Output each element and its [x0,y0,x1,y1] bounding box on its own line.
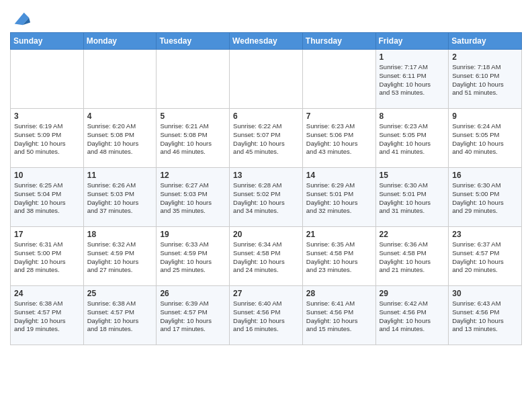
day-info: Sunrise: 6:20 AM Sunset: 5:08 PM Dayligh… [87,122,153,156]
calendar-cell: 20Sunrise: 6:34 AM Sunset: 4:58 PM Dayli… [230,227,303,286]
calendar-cell: 13Sunrise: 6:28 AM Sunset: 5:02 PM Dayli… [230,168,303,227]
calendar-cell: 11Sunrise: 6:26 AM Sunset: 5:03 PM Dayli… [83,168,157,227]
day-of-week-header: Sunday [11,33,84,50]
logo-icon [11,9,30,28]
calendar-cell: 15Sunrise: 6:30 AM Sunset: 5:01 PM Dayli… [375,168,449,227]
day-info: Sunrise: 6:42 AM Sunset: 4:56 PM Dayligh… [380,300,445,334]
day-info: Sunrise: 6:23 AM Sunset: 5:05 PM Dayligh… [380,122,445,156]
day-number: 6 [233,111,299,121]
day-number: 3 [14,111,80,121]
calendar-cell: 29Sunrise: 6:42 AM Sunset: 4:56 PM Dayli… [375,286,449,345]
day-number: 22 [380,230,445,239]
day-info: Sunrise: 6:30 AM Sunset: 5:00 PM Dayligh… [452,181,518,216]
day-info: Sunrise: 7:17 AM Sunset: 6:11 PM Dayligh… [380,63,445,97]
calendar-week-row: 10Sunrise: 6:25 AM Sunset: 5:04 PM Dayli… [11,168,522,227]
day-number: 23 [452,230,518,239]
day-number: 30 [452,289,518,298]
day-number: 27 [233,289,299,298]
day-info: Sunrise: 7:18 AM Sunset: 6:10 PM Dayligh… [452,63,518,97]
day-info: Sunrise: 6:37 AM Sunset: 4:57 PM Dayligh… [452,240,518,275]
day-number: 12 [160,171,226,180]
day-info: Sunrise: 6:39 AM Sunset: 4:57 PM Dayligh… [160,300,226,334]
day-number: 26 [160,289,226,298]
day-info: Sunrise: 6:32 AM Sunset: 4:59 PM Dayligh… [87,240,153,275]
calendar-cell: 7Sunrise: 6:23 AM Sunset: 5:06 PM Daylig… [302,109,375,168]
day-number: 18 [87,230,153,239]
calendar-cell [11,50,84,109]
day-number: 8 [380,111,445,121]
day-of-week-header: Wednesday [230,33,303,50]
day-info: Sunrise: 6:27 AM Sunset: 5:03 PM Dayligh… [160,181,226,216]
calendar-cell: 4Sunrise: 6:20 AM Sunset: 5:08 PM Daylig… [83,109,157,168]
page-header [10,7,522,28]
day-number: 2 [452,52,518,62]
day-info: Sunrise: 6:34 AM Sunset: 4:58 PM Dayligh… [233,240,299,275]
calendar-cell: 2Sunrise: 7:18 AM Sunset: 6:10 PM Daylig… [449,50,522,109]
calendar-cell: 21Sunrise: 6:35 AM Sunset: 4:58 PM Dayli… [302,227,375,286]
day-info: Sunrise: 6:22 AM Sunset: 5:07 PM Dayligh… [233,122,299,156]
day-number: 10 [14,171,80,180]
calendar-cell: 22Sunrise: 6:36 AM Sunset: 4:58 PM Dayli… [375,227,449,286]
day-info: Sunrise: 6:21 AM Sunset: 5:08 PM Dayligh… [160,122,226,156]
day-number: 15 [380,171,445,180]
logo [10,9,30,28]
calendar-cell: 26Sunrise: 6:39 AM Sunset: 4:57 PM Dayli… [157,286,230,345]
calendar-week-row: 17Sunrise: 6:31 AM Sunset: 5:00 PM Dayli… [11,227,522,286]
day-number: 4 [87,111,153,121]
page-container: SundayMondayTuesdayWednesdayThursdayFrid… [0,0,532,352]
calendar-cell: 12Sunrise: 6:27 AM Sunset: 5:03 PM Dayli… [157,168,230,227]
calendar-cell: 28Sunrise: 6:41 AM Sunset: 4:56 PM Dayli… [302,286,375,345]
calendar-cell: 17Sunrise: 6:31 AM Sunset: 5:00 PM Dayli… [11,227,84,286]
day-of-week-header: Monday [83,33,157,50]
day-info: Sunrise: 6:41 AM Sunset: 4:56 PM Dayligh… [306,300,372,334]
day-info: Sunrise: 6:36 AM Sunset: 4:58 PM Dayligh… [380,240,445,275]
day-of-week-header: Saturday [449,33,522,50]
day-number: 24 [14,289,80,298]
day-info: Sunrise: 6:25 AM Sunset: 5:04 PM Dayligh… [14,181,80,216]
calendar-week-row: 1Sunrise: 7:17 AM Sunset: 6:11 PM Daylig… [11,50,522,109]
calendar-cell: 8Sunrise: 6:23 AM Sunset: 5:05 PM Daylig… [375,109,449,168]
calendar-cell [157,50,230,109]
day-number: 13 [233,171,299,180]
day-info: Sunrise: 6:43 AM Sunset: 4:56 PM Dayligh… [452,300,518,334]
day-number: 28 [306,289,372,298]
day-number: 19 [160,230,226,239]
day-number: 17 [14,230,80,239]
day-number: 16 [452,171,518,180]
day-info: Sunrise: 6:26 AM Sunset: 5:03 PM Dayligh… [87,181,153,216]
day-info: Sunrise: 6:30 AM Sunset: 5:01 PM Dayligh… [380,181,445,216]
calendar-cell: 27Sunrise: 6:40 AM Sunset: 4:56 PM Dayli… [230,286,303,345]
calendar-cell: 19Sunrise: 6:33 AM Sunset: 4:59 PM Dayli… [157,227,230,286]
calendar-header-row: SundayMondayTuesdayWednesdayThursdayFrid… [11,33,522,50]
day-info: Sunrise: 6:33 AM Sunset: 4:59 PM Dayligh… [160,240,226,275]
calendar-cell: 16Sunrise: 6:30 AM Sunset: 5:00 PM Dayli… [449,168,522,227]
day-number: 7 [306,111,372,121]
day-of-week-header: Tuesday [157,33,230,50]
day-info: Sunrise: 6:38 AM Sunset: 4:57 PM Dayligh… [14,300,80,334]
day-info: Sunrise: 6:19 AM Sunset: 5:09 PM Dayligh… [14,122,80,156]
calendar-cell: 6Sunrise: 6:22 AM Sunset: 5:07 PM Daylig… [230,109,303,168]
day-info: Sunrise: 6:23 AM Sunset: 5:06 PM Dayligh… [306,122,372,156]
calendar-cell [83,50,157,109]
day-info: Sunrise: 6:40 AM Sunset: 4:56 PM Dayligh… [233,300,299,334]
day-number: 1 [380,52,445,62]
calendar-cell [302,50,375,109]
calendar-week-row: 3Sunrise: 6:19 AM Sunset: 5:09 PM Daylig… [11,109,522,168]
day-info: Sunrise: 6:24 AM Sunset: 5:05 PM Dayligh… [452,122,518,156]
day-info: Sunrise: 6:31 AM Sunset: 5:00 PM Dayligh… [14,240,80,275]
day-info: Sunrise: 6:28 AM Sunset: 5:02 PM Dayligh… [233,181,299,216]
calendar-cell: 1Sunrise: 7:17 AM Sunset: 6:11 PM Daylig… [375,50,449,109]
calendar-cell: 5Sunrise: 6:21 AM Sunset: 5:08 PM Daylig… [157,109,230,168]
day-info: Sunrise: 6:35 AM Sunset: 4:58 PM Dayligh… [306,240,372,275]
day-number: 11 [87,171,153,180]
calendar-cell [230,50,303,109]
calendar-cell: 3Sunrise: 6:19 AM Sunset: 5:09 PM Daylig… [11,109,84,168]
calendar-week-row: 24Sunrise: 6:38 AM Sunset: 4:57 PM Dayli… [11,286,522,345]
calendar-table: SundayMondayTuesdayWednesdayThursdayFrid… [10,32,522,345]
day-number: 5 [160,111,226,121]
day-number: 29 [380,289,445,298]
day-number: 14 [306,171,372,180]
day-of-week-header: Friday [375,33,449,50]
calendar-cell: 24Sunrise: 6:38 AM Sunset: 4:57 PM Dayli… [11,286,84,345]
day-info: Sunrise: 6:38 AM Sunset: 4:57 PM Dayligh… [87,300,153,334]
